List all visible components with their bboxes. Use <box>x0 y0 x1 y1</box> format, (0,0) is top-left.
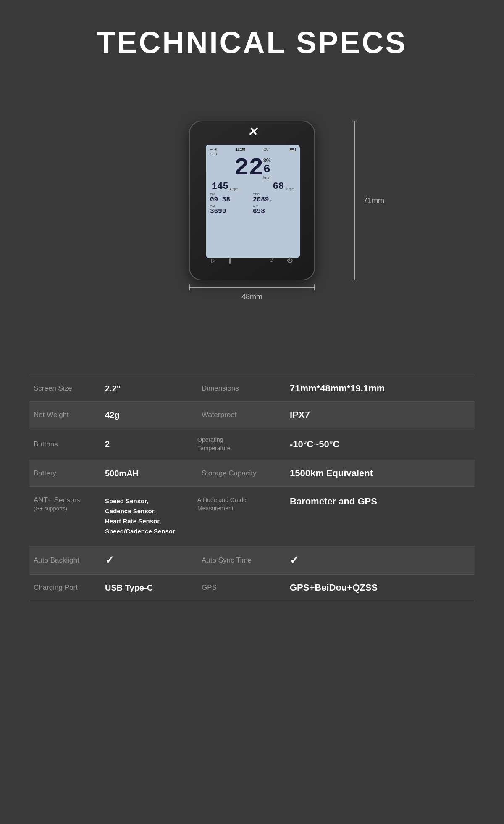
screen-cal-value: 3699 <box>210 208 253 215</box>
value-altitude-grade: Barometer and GPS <box>290 496 475 507</box>
screen-hr-value: 145 <box>212 181 228 192</box>
height-dimension-label: 71mm <box>363 196 384 205</box>
screen-battery-icon <box>289 148 296 151</box>
label-waterproof: Waterproof <box>197 411 290 419</box>
label-ant-sensors-container: ANT+ Sensors (G+ supports) <box>29 496 105 512</box>
screen-speed-unit: km/h <box>263 175 272 180</box>
device-image-section: ✕ ▪▪▪ ◀ 12:38 26° SPD <box>105 81 399 316</box>
specs-row-screen-size: Screen Size 2.2" Dimensions 71mm*48mm*19… <box>29 375 475 401</box>
device-body: ✕ ▪▪▪ ◀ 12:38 26° SPD <box>189 121 315 280</box>
value-waterproof: IPX7 <box>290 409 475 420</box>
screen-tim-value: 09:38 <box>210 196 253 203</box>
value-auto-backlight: ✓ <box>105 554 197 567</box>
page-title: TECHNICAL SPECS <box>97 25 407 60</box>
value-screen-size: 2.2" <box>105 384 197 394</box>
width-dimension-label: 48mm <box>189 293 315 301</box>
screen-odo-label: ODO <box>253 193 296 196</box>
device-buttons-area: ▷ ‖ ↺ ⏻ <box>190 257 314 264</box>
value-storage-capacity: 1500km Equivalent <box>290 468 475 479</box>
play-icon: ▷ <box>211 257 216 264</box>
screen-hr-label: bpm <box>233 188 239 192</box>
device-wrapper: ✕ ▪▪▪ ◀ 12:38 26° SPD <box>181 108 323 289</box>
specs-row-charging: Charging Port USB Type-C GPS GPS+BeiDou+… <box>29 574 475 601</box>
screen-hr-cadence-row: 145 ♥ bpm 68 ⚙ rpm <box>208 181 297 192</box>
label-ant-sensors-sub: (G+ supports) <box>29 505 105 512</box>
value-gps: GPS+BeiDou+QZSS <box>290 582 475 593</box>
label-ant-sensors: ANT+ Sensors <box>29 496 105 504</box>
screen-status-icons: ▪▪▪ ◀ <box>210 148 216 151</box>
value-charging-port: USB Type-C <box>105 583 197 593</box>
screen-cadence-label: rpm <box>289 188 294 192</box>
screen-speed-decimal: 6 <box>263 164 270 175</box>
screen-main-speed: 22 <box>234 154 263 182</box>
label-operating-temp: OperatingTemperature <box>197 436 290 452</box>
value-net-weight: 42g <box>105 410 197 420</box>
label-altitude-grade: Altitude and GradeMeasurement <box>197 496 290 512</box>
specs-row-battery: Battery 500mAH Storage Capacity 1500km E… <box>29 460 475 486</box>
screen-cadence-value: 68 <box>273 181 284 192</box>
pause-icon: ‖ <box>228 257 231 264</box>
screen-cal-label: CAL <box>210 205 253 208</box>
specs-row-buttons: Buttons 2 OperatingTemperature -10°C~50°… <box>29 428 475 460</box>
screen-temp: 26° <box>264 147 270 151</box>
screen-alt-label: ALT <box>253 205 296 208</box>
label-dimensions: Dimensions <box>197 384 290 393</box>
screen-tim-label: TIM <box>210 193 253 196</box>
label-battery: Battery <box>29 469 105 478</box>
label-storage-capacity: Storage Capacity <box>197 469 290 478</box>
screen-alt-value: 698 <box>253 208 296 215</box>
label-buttons: Buttons <box>29 440 105 449</box>
value-dimensions: 71mm*48mm*19.1mm <box>290 383 475 394</box>
label-net-weight: Net Weight <box>29 411 105 419</box>
specs-row-ant-sensors: ANT+ Sensors (G+ supports) Speed Sensor,… <box>29 486 475 546</box>
power-icon: ⏻ <box>287 257 293 264</box>
value-battery: 500mAH <box>105 469 197 478</box>
label-screen-size: Screen Size <box>29 384 105 393</box>
specs-row-backlight: Auto Backlight ✓ Auto Sync Time ✓ <box>29 546 475 574</box>
value-buttons: 2 <box>105 439 197 449</box>
value-ant-sensors: Speed Sensor,Cadence Sensor.Heart Rate S… <box>105 496 197 536</box>
label-gps: GPS <box>197 584 290 592</box>
label-charging-port: Charging Port <box>29 584 105 592</box>
screen-cal-alt-row: CAL 3699 ALT 698 <box>208 205 297 215</box>
specs-table-container: Screen Size 2.2" Dimensions 71mm*48mm*19… <box>21 375 483 601</box>
device-logo: ✕ <box>247 125 257 139</box>
device-screen: ▪▪▪ ◀ 12:38 26° SPD 22 8% <box>206 145 300 258</box>
width-dimension-line: 48mm <box>189 284 315 301</box>
screen-odo-value: 2089. <box>253 196 296 203</box>
value-operating-temp: -10°C~50°C <box>290 439 475 450</box>
label-auto-sync-time: Auto Sync Time <box>197 556 290 565</box>
label-auto-backlight: Auto Backlight <box>29 556 105 565</box>
height-dimension-line: 71mm <box>352 121 357 280</box>
screen-tim-odo-row: TIM 09:38 ODO 2089. <box>208 193 297 203</box>
refresh-icon: ↺ <box>269 257 274 264</box>
specs-row-weight: Net Weight 42g Waterproof IPX7 <box>29 401 475 428</box>
value-auto-sync-time: ✓ <box>290 554 475 567</box>
screen-time: 12:38 <box>236 147 245 151</box>
